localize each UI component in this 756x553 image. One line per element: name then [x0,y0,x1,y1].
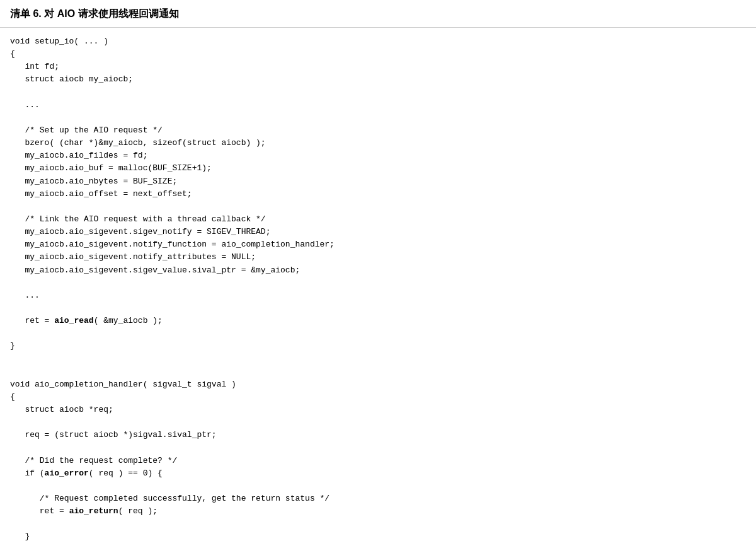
code-line: } [10,530,746,543]
code-line: ... [10,289,746,302]
code-line: /* Set up the AIO request */ [10,124,746,137]
code-line: /* Request completed successfully, get t… [10,492,746,505]
code-line: req = (struct aiocb *)sigval.sival_ptr; [10,429,746,441]
code-line: my_aiocb.aio_sigevent.sigev_notify = SIG… [10,226,746,238]
code-line: ret = aio_return( req ); [10,505,746,518]
code-line: my_aiocb.aio_offset = next_offset; [10,188,746,201]
code-pre: void setup_io( ... ){ int fd; struct aio… [10,35,746,553]
code-block: void setup_io( ... ){ int fd; struct aio… [0,28,756,553]
listing-title: 清单 6. 对 AIO 请求使用线程回调通知 [0,0,756,28]
code-line: /* Link the AIO request with a thread ca… [10,213,746,226]
code-line [10,86,746,99]
code-line: struct aiocb my_aiocb; [10,73,746,86]
code-line [10,518,746,530]
page-container: 清单 6. 对 AIO 请求使用线程回调通知 void setup_io( ..… [0,0,756,553]
code-line [10,302,746,315]
code-line [10,416,746,429]
code-line: my_aiocb.aio_buf = malloc(BUF_SIZE+1); [10,162,746,175]
code-line: ... [10,99,746,112]
code-line: /* Did the request complete? */ [10,455,746,467]
code-line: my_aiocb.aio_fildes = fd; [10,149,746,162]
code-line: void setup_io( ... ) [10,35,746,48]
code-line: my_aiocb.aio_nbytes = BUF_SIZE; [10,175,746,188]
code-line [10,353,746,366]
code-line: } [10,340,746,352]
code-line: my_aiocb.aio_sigevent.notify_attributes … [10,251,746,264]
code-line: int fd; [10,61,746,73]
code-line: bzero( (char *)&my_aiocb, sizeof(struct … [10,137,746,149]
code-line: my_aiocb.aio_sigevent.sigev_value.sival_… [10,264,746,277]
code-line: void aio_completion_handler( sigval_t si… [10,378,746,391]
code-line [10,544,746,553]
code-line: my_aiocb.aio_sigevent.notify_function = … [10,238,746,251]
code-line [10,277,746,289]
code-line [10,366,746,378]
code-line: struct aiocb *req; [10,404,746,416]
code-line [10,442,746,455]
code-line [10,201,746,213]
code-line: { [10,391,746,404]
code-line: ret = aio_read( &my_aiocb ); [10,315,746,327]
code-line: { [10,48,746,61]
code-line: if (aio_error( req ) == 0) { [10,467,746,480]
code-line [10,112,746,124]
code-line [10,327,746,340]
code-line [10,480,746,492]
